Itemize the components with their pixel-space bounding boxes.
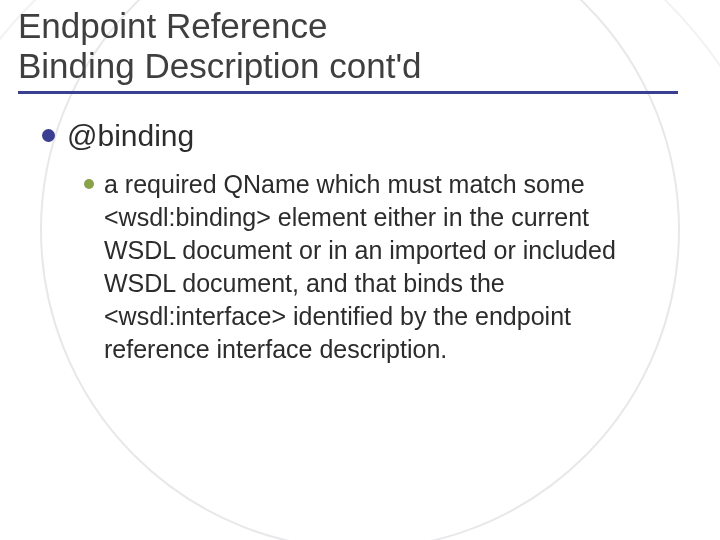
bullet-level-1-text: @binding	[67, 118, 194, 154]
bullet-level-2: a required QName which must match some <…	[84, 168, 662, 366]
title-line-2: Binding Description cont'd	[18, 46, 678, 86]
bullet-level-2-text: a required QName which must match some <…	[104, 168, 662, 366]
bullet-dot-icon	[84, 179, 94, 189]
bullet-dot-icon	[42, 129, 55, 142]
title-line-1: Endpoint Reference	[18, 6, 678, 46]
bullet-level-1: @binding	[42, 118, 662, 154]
slide: Endpoint Reference Binding Description c…	[0, 0, 720, 540]
slide-title: Endpoint Reference Binding Description c…	[18, 0, 678, 94]
slide-content: @binding a required QName which must mat…	[42, 118, 662, 366]
